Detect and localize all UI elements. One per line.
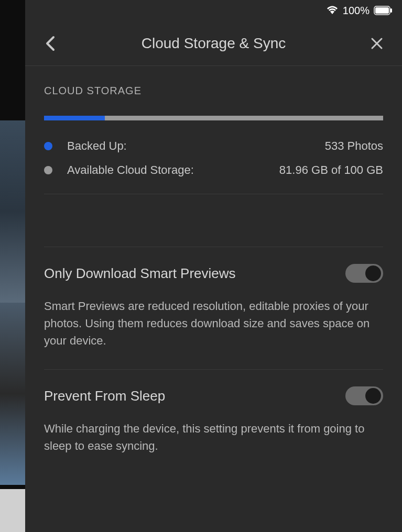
spacer	[44, 194, 383, 230]
divider	[44, 247, 383, 247]
toggle-knob	[365, 265, 381, 281]
storage-progress-fill	[44, 116, 105, 120]
backed-up-value: 533 Photos	[325, 139, 383, 153]
legend-available: Available Cloud Storage: 81.96 GB of 100…	[44, 163, 383, 177]
backed-up-label: Backed Up:	[67, 139, 127, 153]
storage-progress-bar	[44, 116, 383, 120]
header: Cloud Storage & Sync	[25, 21, 402, 66]
available-value: 81.96 GB of 100 GB	[279, 163, 383, 177]
content-area: CLOUD STORAGE Backed Up: 533 Photos Avai…	[25, 66, 402, 474]
back-button[interactable]	[42, 35, 59, 52]
smart-previews-description: Smart Previews are reduced resolution, e…	[44, 297, 383, 349]
section-header-cloud-storage: CLOUD STORAGE	[44, 85, 383, 97]
prevent-sleep-toggle[interactable]	[345, 386, 383, 405]
status-bar: 100%	[25, 0, 402, 21]
smart-previews-title: Only Download Smart Previews	[44, 265, 236, 282]
battery-icon	[374, 6, 393, 15]
setting-smart-previews: Only Download Smart Previews	[44, 264, 383, 283]
thumbnail	[0, 120, 25, 303]
close-button[interactable]	[368, 35, 385, 52]
setting-prevent-sleep: Prevent From Sleep	[44, 386, 383, 405]
thumbnail	[0, 489, 25, 532]
prevent-sleep-title: Prevent From Sleep	[44, 388, 165, 404]
settings-panel: 100% Cloud Storage & Sync CLOUD STORAGE …	[25, 0, 402, 532]
available-label: Available Cloud Storage:	[67, 163, 194, 177]
thumbnail	[0, 303, 25, 485]
legend-backed-up: Backed Up: 533 Photos	[44, 139, 383, 153]
background-photo-strip	[0, 0, 25, 532]
svg-rect-2	[390, 8, 392, 13]
dot-icon	[44, 142, 52, 150]
divider	[44, 369, 383, 370]
prevent-sleep-description: While charging the device, this setting …	[44, 420, 383, 455]
svg-rect-1	[375, 7, 389, 14]
smart-previews-toggle[interactable]	[345, 264, 383, 283]
toggle-knob	[365, 388, 381, 404]
dot-icon	[44, 166, 52, 174]
wifi-icon	[326, 5, 339, 16]
page-title: Cloud Storage & Sync	[59, 35, 368, 52]
battery-percent: 100%	[343, 5, 370, 17]
